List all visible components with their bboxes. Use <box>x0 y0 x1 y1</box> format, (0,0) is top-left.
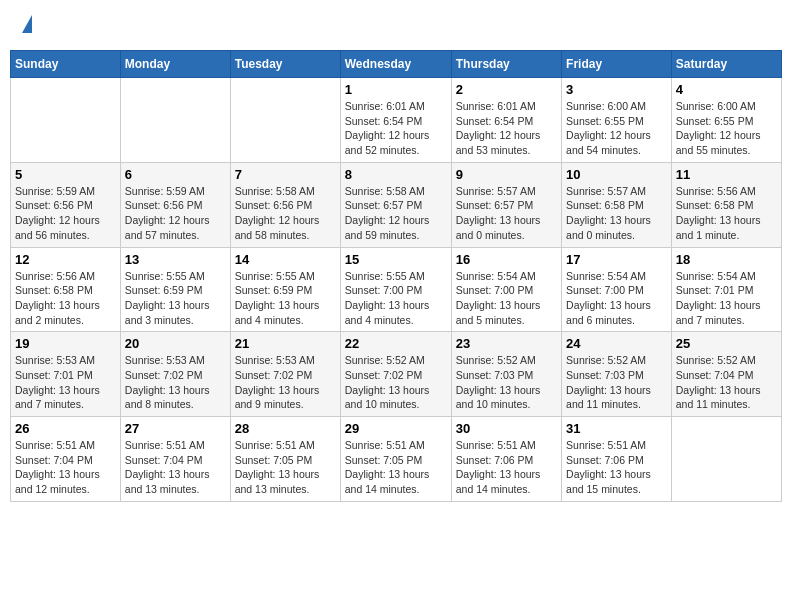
day-info: Sunrise: 5:52 AMSunset: 7:03 PMDaylight:… <box>456 353 557 412</box>
calendar-day-cell: 30Sunrise: 5:51 AMSunset: 7:06 PMDayligh… <box>451 417 561 502</box>
day-number: 14 <box>235 252 336 267</box>
day-info: Sunrise: 5:51 AMSunset: 7:04 PMDaylight:… <box>125 438 226 497</box>
calendar-day-cell: 8Sunrise: 5:58 AMSunset: 6:57 PMDaylight… <box>340 162 451 247</box>
page-header <box>10 10 782 40</box>
day-info: Sunrise: 5:53 AMSunset: 7:02 PMDaylight:… <box>235 353 336 412</box>
day-number: 15 <box>345 252 447 267</box>
calendar-day-cell: 14Sunrise: 5:55 AMSunset: 6:59 PMDayligh… <box>230 247 340 332</box>
day-info: Sunrise: 5:52 AMSunset: 7:02 PMDaylight:… <box>345 353 447 412</box>
day-info: Sunrise: 6:00 AMSunset: 6:55 PMDaylight:… <box>676 99 777 158</box>
calendar-day-cell: 29Sunrise: 5:51 AMSunset: 7:05 PMDayligh… <box>340 417 451 502</box>
day-number: 21 <box>235 336 336 351</box>
day-number: 27 <box>125 421 226 436</box>
day-number: 25 <box>676 336 777 351</box>
calendar-day-cell: 17Sunrise: 5:54 AMSunset: 7:00 PMDayligh… <box>562 247 672 332</box>
day-number: 22 <box>345 336 447 351</box>
day-info: Sunrise: 5:58 AMSunset: 6:57 PMDaylight:… <box>345 184 447 243</box>
calendar-day-cell: 9Sunrise: 5:57 AMSunset: 6:57 PMDaylight… <box>451 162 561 247</box>
day-info: Sunrise: 5:51 AMSunset: 7:06 PMDaylight:… <box>566 438 667 497</box>
calendar-day-cell: 3Sunrise: 6:00 AMSunset: 6:55 PMDaylight… <box>562 78 672 163</box>
day-number: 28 <box>235 421 336 436</box>
day-number: 24 <box>566 336 667 351</box>
day-info: Sunrise: 5:52 AMSunset: 7:03 PMDaylight:… <box>566 353 667 412</box>
day-info: Sunrise: 5:56 AMSunset: 6:58 PMDaylight:… <box>15 269 116 328</box>
calendar-week-row: 12Sunrise: 5:56 AMSunset: 6:58 PMDayligh… <box>11 247 782 332</box>
calendar-day-cell: 15Sunrise: 5:55 AMSunset: 7:00 PMDayligh… <box>340 247 451 332</box>
day-info: Sunrise: 5:53 AMSunset: 7:02 PMDaylight:… <box>125 353 226 412</box>
day-info: Sunrise: 5:55 AMSunset: 6:59 PMDaylight:… <box>125 269 226 328</box>
day-info: Sunrise: 5:55 AMSunset: 7:00 PMDaylight:… <box>345 269 447 328</box>
day-of-week-header: Wednesday <box>340 51 451 78</box>
day-of-week-header: Saturday <box>671 51 781 78</box>
day-number: 11 <box>676 167 777 182</box>
logo <box>20 15 32 35</box>
day-number: 29 <box>345 421 447 436</box>
day-info: Sunrise: 5:54 AMSunset: 7:00 PMDaylight:… <box>456 269 557 328</box>
day-number: 18 <box>676 252 777 267</box>
calendar-day-cell: 5Sunrise: 5:59 AMSunset: 6:56 PMDaylight… <box>11 162 121 247</box>
day-number: 7 <box>235 167 336 182</box>
calendar-day-cell: 21Sunrise: 5:53 AMSunset: 7:02 PMDayligh… <box>230 332 340 417</box>
day-number: 19 <box>15 336 116 351</box>
calendar-day-cell: 22Sunrise: 5:52 AMSunset: 7:02 PMDayligh… <box>340 332 451 417</box>
day-info: Sunrise: 5:57 AMSunset: 6:57 PMDaylight:… <box>456 184 557 243</box>
day-number: 10 <box>566 167 667 182</box>
day-number: 9 <box>456 167 557 182</box>
day-number: 8 <box>345 167 447 182</box>
day-info: Sunrise: 5:54 AMSunset: 7:01 PMDaylight:… <box>676 269 777 328</box>
day-of-week-header: Monday <box>120 51 230 78</box>
day-of-week-header: Thursday <box>451 51 561 78</box>
calendar-day-cell: 7Sunrise: 5:58 AMSunset: 6:56 PMDaylight… <box>230 162 340 247</box>
day-info: Sunrise: 5:58 AMSunset: 6:56 PMDaylight:… <box>235 184 336 243</box>
calendar-day-cell: 2Sunrise: 6:01 AMSunset: 6:54 PMDaylight… <box>451 78 561 163</box>
calendar-day-cell: 6Sunrise: 5:59 AMSunset: 6:56 PMDaylight… <box>120 162 230 247</box>
day-number: 1 <box>345 82 447 97</box>
calendar-week-row: 19Sunrise: 5:53 AMSunset: 7:01 PMDayligh… <box>11 332 782 417</box>
day-number: 31 <box>566 421 667 436</box>
calendar-day-cell: 18Sunrise: 5:54 AMSunset: 7:01 PMDayligh… <box>671 247 781 332</box>
day-info: Sunrise: 5:51 AMSunset: 7:04 PMDaylight:… <box>15 438 116 497</box>
day-info: Sunrise: 6:01 AMSunset: 6:54 PMDaylight:… <box>345 99 447 158</box>
calendar-day-cell: 27Sunrise: 5:51 AMSunset: 7:04 PMDayligh… <box>120 417 230 502</box>
calendar-day-cell: 19Sunrise: 5:53 AMSunset: 7:01 PMDayligh… <box>11 332 121 417</box>
day-info: Sunrise: 5:51 AMSunset: 7:05 PMDaylight:… <box>345 438 447 497</box>
calendar-day-cell: 13Sunrise: 5:55 AMSunset: 6:59 PMDayligh… <box>120 247 230 332</box>
day-number: 13 <box>125 252 226 267</box>
day-number: 3 <box>566 82 667 97</box>
day-info: Sunrise: 5:51 AMSunset: 7:05 PMDaylight:… <box>235 438 336 497</box>
calendar-day-cell <box>120 78 230 163</box>
day-of-week-header: Tuesday <box>230 51 340 78</box>
logo-triangle-icon <box>22 15 32 33</box>
day-of-week-header: Sunday <box>11 51 121 78</box>
calendar-week-row: 1Sunrise: 6:01 AMSunset: 6:54 PMDaylight… <box>11 78 782 163</box>
calendar-day-cell: 12Sunrise: 5:56 AMSunset: 6:58 PMDayligh… <box>11 247 121 332</box>
day-info: Sunrise: 5:54 AMSunset: 7:00 PMDaylight:… <box>566 269 667 328</box>
calendar-day-cell: 26Sunrise: 5:51 AMSunset: 7:04 PMDayligh… <box>11 417 121 502</box>
day-info: Sunrise: 6:01 AMSunset: 6:54 PMDaylight:… <box>456 99 557 158</box>
day-info: Sunrise: 5:52 AMSunset: 7:04 PMDaylight:… <box>676 353 777 412</box>
calendar-week-row: 5Sunrise: 5:59 AMSunset: 6:56 PMDaylight… <box>11 162 782 247</box>
calendar-day-cell: 4Sunrise: 6:00 AMSunset: 6:55 PMDaylight… <box>671 78 781 163</box>
calendar-day-cell <box>230 78 340 163</box>
day-number: 6 <box>125 167 226 182</box>
calendar-day-cell: 28Sunrise: 5:51 AMSunset: 7:05 PMDayligh… <box>230 417 340 502</box>
day-number: 20 <box>125 336 226 351</box>
calendar-day-cell: 1Sunrise: 6:01 AMSunset: 6:54 PMDaylight… <box>340 78 451 163</box>
day-number: 26 <box>15 421 116 436</box>
day-info: Sunrise: 5:51 AMSunset: 7:06 PMDaylight:… <box>456 438 557 497</box>
day-number: 2 <box>456 82 557 97</box>
calendar-day-cell <box>11 78 121 163</box>
calendar-day-cell: 20Sunrise: 5:53 AMSunset: 7:02 PMDayligh… <box>120 332 230 417</box>
day-number: 30 <box>456 421 557 436</box>
calendar-day-cell <box>671 417 781 502</box>
calendar-week-row: 26Sunrise: 5:51 AMSunset: 7:04 PMDayligh… <box>11 417 782 502</box>
calendar-day-cell: 25Sunrise: 5:52 AMSunset: 7:04 PMDayligh… <box>671 332 781 417</box>
day-number: 12 <box>15 252 116 267</box>
calendar-header-row: SundayMondayTuesdayWednesdayThursdayFrid… <box>11 51 782 78</box>
day-info: Sunrise: 5:59 AMSunset: 6:56 PMDaylight:… <box>125 184 226 243</box>
calendar-day-cell: 16Sunrise: 5:54 AMSunset: 7:00 PMDayligh… <box>451 247 561 332</box>
calendar-day-cell: 31Sunrise: 5:51 AMSunset: 7:06 PMDayligh… <box>562 417 672 502</box>
calendar-table: SundayMondayTuesdayWednesdayThursdayFrid… <box>10 50 782 502</box>
day-info: Sunrise: 5:56 AMSunset: 6:58 PMDaylight:… <box>676 184 777 243</box>
day-number: 4 <box>676 82 777 97</box>
